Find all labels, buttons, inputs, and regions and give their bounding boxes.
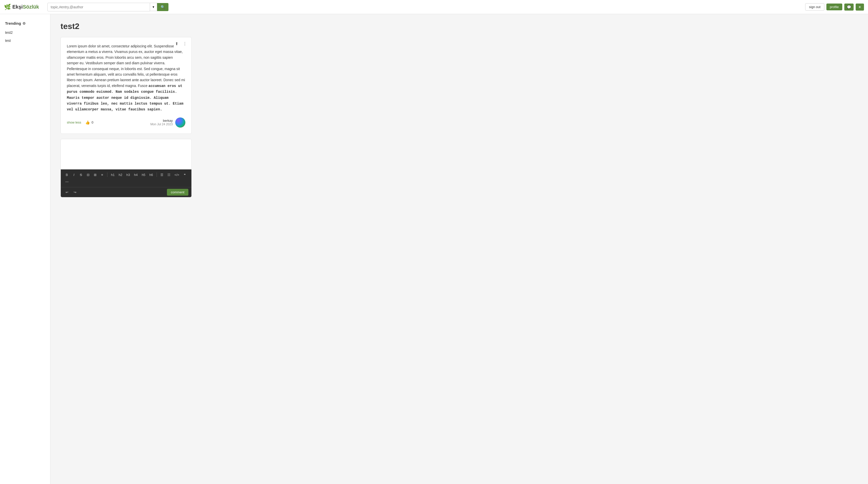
- toolbar-redo[interactable]: ↪: [72, 189, 78, 195]
- message-icon: 💬: [847, 5, 851, 9]
- avatar-pattern: [175, 118, 185, 128]
- like-count: 0: [92, 121, 93, 124]
- search-icon: 🔍: [161, 5, 165, 9]
- share-button[interactable]: ⬆: [174, 41, 179, 46]
- toolbar-link[interactable]: ⊟: [85, 172, 91, 178]
- logo-text: EkşiSözlük: [12, 4, 39, 10]
- toolbar-code[interactable]: </>: [173, 172, 181, 178]
- gear-icon[interactable]: ⚙: [23, 22, 26, 26]
- author-name: berkay: [150, 119, 173, 123]
- header: 🌿 EkşiSözlük ▾ 🔍 sign out profile 💬 ☀: [0, 0, 868, 14]
- like-icon: 👍: [85, 120, 90, 125]
- search-dropdown-button[interactable]: ▾: [150, 3, 157, 11]
- header-actions: sign out profile 💬 ☀: [805, 3, 864, 10]
- profile-button[interactable]: profile: [827, 3, 842, 10]
- editor-toolbar-row2: ↩ ↪ comment: [61, 187, 191, 197]
- entry-body: Lorem ipsum dolor sit amet, consectetur …: [67, 43, 185, 112]
- toolbar-h6[interactable]: h6: [148, 172, 154, 178]
- logo-brand-bold: Ekşi: [12, 4, 23, 9]
- toolbar-separator-2: [157, 172, 157, 177]
- search-input[interactable]: [48, 3, 150, 11]
- toolbar-image[interactable]: ⊞: [92, 172, 98, 178]
- sidebar-trending-label: Trending: [5, 21, 21, 26]
- logo-brand-green: Sözlük: [23, 4, 39, 9]
- entry-actions: ⬆ ⋮: [174, 41, 188, 46]
- theme-icon: ☀: [858, 5, 862, 9]
- author-info: berkay Mon Jul 24 2023: [150, 119, 173, 126]
- undo-redo-group: ↩ ↪: [64, 189, 78, 195]
- sign-out-button[interactable]: sign out: [805, 3, 825, 10]
- toolbar-h4[interactable]: h4: [132, 172, 139, 178]
- logo: 🌿 EkşiSözlük: [4, 4, 44, 10]
- toolbar-ordered-list[interactable]: ☷: [166, 172, 172, 178]
- entry-footer: show less 👍 0 berkay Mon Jul 24 2023: [67, 118, 185, 128]
- search-bar: ▾ 🔍: [48, 3, 168, 11]
- entry-card: ⬆ ⋮ Lorem ipsum dolor sit amet, consecte…: [61, 37, 192, 134]
- toolbar-align[interactable]: ≡: [99, 172, 105, 178]
- sidebar-item-test2[interactable]: test2: [0, 29, 50, 37]
- entry-author: berkay Mon Jul 24 2023: [150, 118, 185, 128]
- toolbar-h5[interactable]: h5: [140, 172, 147, 178]
- more-button[interactable]: ⋮: [182, 41, 188, 46]
- layout: Trending ⚙ test2 test test2 ⬆ ⋮ Lorem ip…: [0, 0, 868, 484]
- toolbar-h3[interactable]: h3: [125, 172, 131, 178]
- editor-card: B I S ⊟ ⊞ ≡ h1 h2 h3 h4 h5 h6 ☰ ☷ </> ❝ …: [61, 139, 192, 197]
- toolbar-separator: [107, 172, 107, 177]
- editor-toolbar: B I S ⊟ ⊞ ≡ h1 h2 h3 h4 h5 h6 ☰ ☷ </> ❝ …: [61, 169, 191, 187]
- sidebar-trending-title: Trending ⚙: [0, 19, 50, 29]
- toolbar-h2[interactable]: h2: [117, 172, 124, 178]
- show-less-button[interactable]: show less: [67, 121, 81, 124]
- sidebar: Trending ⚙ test2 test: [0, 14, 51, 484]
- toolbar-bold[interactable]: B: [64, 172, 70, 178]
- entry-likes: 👍 0: [85, 120, 93, 125]
- sidebar-item-test[interactable]: test: [0, 37, 50, 44]
- logo-icon: 🌿: [4, 4, 11, 10]
- author-date: Mon Jul 24 2023: [150, 123, 173, 126]
- search-button[interactable]: 🔍: [157, 3, 168, 11]
- entry-body-bold: accumsan eros ut purus commodo euismod. …: [67, 84, 183, 112]
- entry-body-normal: Lorem ipsum dolor sit amet, consectetur …: [67, 44, 185, 88]
- editor-textarea[interactable]: [61, 139, 191, 169]
- toolbar-strikethrough[interactable]: S: [78, 172, 84, 178]
- toolbar-undo[interactable]: ↩: [64, 189, 70, 195]
- toolbar-unordered-list[interactable]: ☰: [159, 172, 165, 178]
- main-content: test2 ⬆ ⋮ Lorem ipsum dolor sit amet, co…: [51, 14, 868, 484]
- toolbar-quote[interactable]: ❝: [182, 172, 188, 178]
- toolbar-italic[interactable]: I: [71, 172, 77, 178]
- toolbar-h1[interactable]: h1: [110, 172, 116, 178]
- comment-button[interactable]: comment: [167, 189, 188, 196]
- toolbar-hr[interactable]: —: [64, 179, 70, 185]
- message-button[interactable]: 💬: [844, 3, 854, 10]
- theme-toggle-button[interactable]: ☀: [856, 3, 864, 10]
- page-title: test2: [61, 22, 858, 31]
- chevron-down-icon: ▾: [153, 5, 154, 9]
- avatar: [175, 118, 185, 128]
